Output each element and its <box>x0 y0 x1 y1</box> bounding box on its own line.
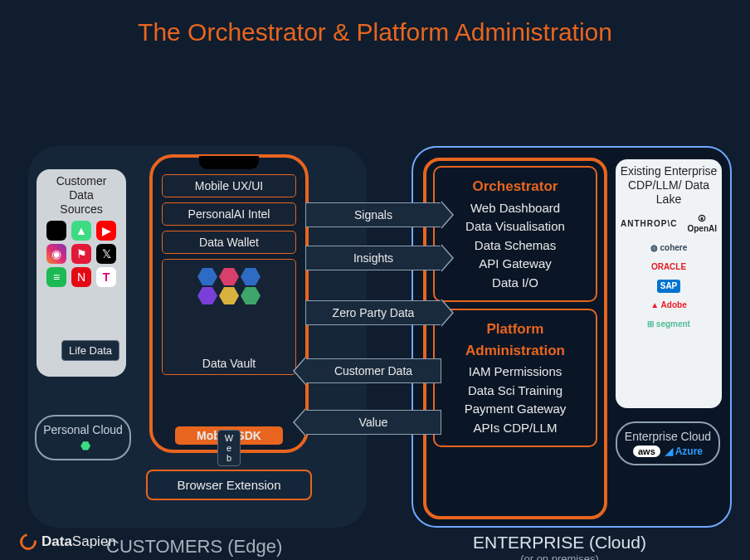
browser-extension-box: Browser Extension <box>146 470 312 500</box>
youtube-icon: ▶ <box>96 221 116 241</box>
android-icon: ⬣ <box>80 439 90 452</box>
spotify-icon: ≡ <box>46 267 66 287</box>
personal-cloud-label: Personal Cloud <box>41 423 124 436</box>
tmobile-icon: T <box>96 267 116 287</box>
cohere-logo: ◍ cohere <box>647 241 691 255</box>
x-twitter-icon: 𝕏 <box>96 244 116 264</box>
logo-swirl-icon <box>17 530 40 553</box>
life-data-arrow-label: Life Data <box>61 340 119 361</box>
flow-customer-data: Customer Data <box>305 358 441 383</box>
bankofamerica-icon: ⚑ <box>71 244 91 264</box>
platform-admin-title: Platform Administration <box>440 319 591 361</box>
enterprise-cloud: Enterprise Cloud aws ◢ Azure <box>616 421 720 465</box>
enterprise-panel: Orchestrator Web Dashboard Data Visualis… <box>412 146 732 528</box>
platform-admin-lines: IAM Permissions Data Sci Training Paymen… <box>440 363 591 437</box>
flow-signals: Signals <box>305 202 441 227</box>
web-connector-label: W e b <box>217 430 241 466</box>
data-wallet-box: Data Wallet <box>162 231 296 254</box>
netflix-icon: N <box>71 267 91 287</box>
hex-cluster-icon <box>192 268 266 304</box>
sap-logo: SAP <box>657 280 681 293</box>
slide-title: The Orchestrator & Platform Administrati… <box>0 0 750 46</box>
mobile-ux-box: Mobile UX/UI <box>162 174 296 197</box>
aws-logo: aws <box>633 446 660 457</box>
enterprise-sublabel: (or on premises) <box>473 553 646 560</box>
apple-icon <box>46 221 66 241</box>
flow-insights: Insights <box>305 246 441 270</box>
personal-cloud: Personal Cloud ⬣ <box>35 415 131 460</box>
customers-label: CUSTOMERS (Edge) <box>106 536 282 558</box>
orchestrator-box: Orchestrator Web Dashboard Data Visualis… <box>433 166 597 302</box>
data-vault-label: Data Vault <box>166 357 292 370</box>
existing-enterprise-title: Existing Enterprise CDP/LLM/ Data Lake <box>619 164 718 206</box>
existing-enterprise-panel: Existing Enterprise CDP/LLM/ Data Lake A… <box>616 159 722 408</box>
phone-frame: Mobile UX/UI PersonalAI Intel Data Walle… <box>149 154 309 453</box>
android-icon: ▲ <box>71 221 91 241</box>
platform-admin-box: Platform Administration IAM Permissions … <box>433 309 597 447</box>
flow-zero-party-data: Zero Party Data <box>305 300 441 325</box>
segment-logo: ⊞ segment <box>644 318 694 331</box>
azure-logo: ◢ Azure <box>665 446 703 457</box>
instagram-icon: ◉ <box>46 244 66 264</box>
personal-ai-box: PersonalAI Intel <box>162 202 296 226</box>
adobe-logo: ▲ Adobe <box>647 299 689 312</box>
diagram: CUSTOMERS (Edge) Customer Data Sources ▲… <box>0 46 750 560</box>
anthropic-logo: ANTHROP\C <box>617 217 680 231</box>
datasapien-logo: DataSapien <box>20 533 116 550</box>
enterprise-cloud-label: Enterprise Cloud <box>622 430 713 443</box>
oracle-logo: ORACLE <box>648 261 689 274</box>
flow-value: Value <box>305 410 441 435</box>
enterprise-label: ENTERPRISE (Cloud) (or on premises) <box>473 533 646 560</box>
orchestrator-title: Orchestrator <box>440 176 591 197</box>
openai-logo: ⦿ OpenAI <box>684 212 720 236</box>
data-sources-title: Customer Data Sources <box>37 174 126 216</box>
orchestrator-lines: Web Dashboard Data Visualisation Data Sc… <box>440 199 591 293</box>
data-vault-box: Data Vault <box>162 259 296 375</box>
